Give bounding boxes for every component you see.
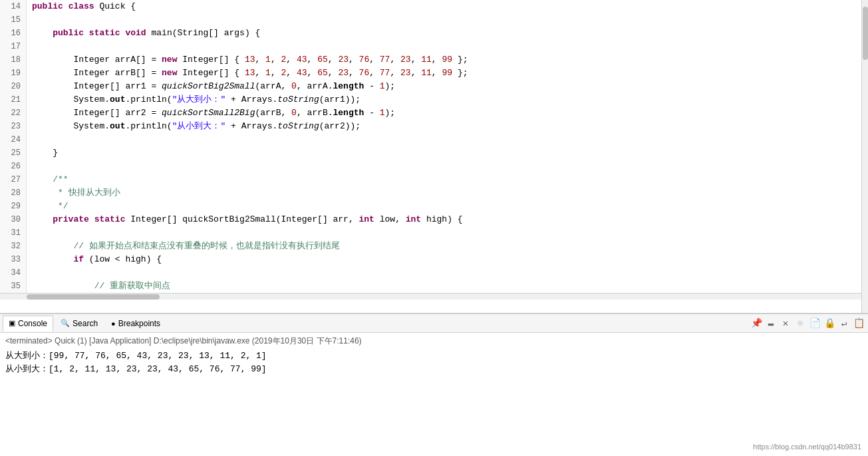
line-number: 22 [0,107,27,120]
line-number: 21 [0,93,27,107]
line-number: 25 [0,146,27,160]
line-content: System.out.println("从大到小：" + Arrays.toSt… [27,93,861,107]
code-line: 17 [0,40,861,53]
tab-breakpoints-label: Breakpoints [118,319,160,328]
code-lines: 14public class Quick {1516 public static… [0,0,861,293]
search-tab-icon: 🔍 [61,319,70,328]
close-console-icon[interactable]: ✕ [779,317,792,330]
line-content: Integer arrB[] = new Integer[] { 13, 1, … [27,67,861,80]
tab-console[interactable]: ▣ Console [3,316,53,332]
console-content: <terminated> Quick (1) [Java Application… [0,333,868,456]
line-number: 16 [0,27,27,40]
line-content: Integer[] arr1 = quickSortBig2Small(arrA… [27,80,861,93]
pin-icon[interactable]: 📌 [750,317,763,330]
code-line: 27 /** [0,173,861,186]
vertical-scrollbar[interactable] [861,0,868,313]
scrollbar-v-thumb[interactable] [863,7,868,60]
code-line: 28 * 快排从大到小 [0,186,861,200]
code-line: 21 System.out.println("从大到小：" + Arrays.t… [0,93,861,107]
console-tab-icon: ▣ [9,319,15,328]
line-content: // 如果开始点和结束点没有重叠的时候，也就是指针没有执行到结尾 [27,240,861,253]
line-number: 27 [0,173,27,186]
line-number: 30 [0,213,27,226]
code-line: 31 [0,226,861,240]
word-wrap-icon[interactable]: ↵ [837,317,851,330]
line-content: } [27,146,861,160]
line-content: if (low < high) { [27,253,861,266]
line-number: 33 [0,253,27,266]
line-number: 15 [0,13,27,27]
open-console-icon[interactable]: 📋 [852,317,865,330]
line-content: public class Quick { [27,0,861,13]
code-line: 20 Integer[] arr1 = quickSortBig2Small(a… [0,80,861,93]
line-content: Integer[] arr2 = quickSortSmall2Big(arrB… [27,107,861,120]
line-content: private static Integer[] quickSortBig2Sm… [27,213,861,226]
line-number: 34 [0,266,27,280]
tab-console-label: Console [18,319,47,328]
line-number: 24 [0,133,27,146]
tab-search[interactable]: 🔍 Search [55,316,104,332]
code-line: 19 Integer arrB[] = new Integer[] { 13, … [0,67,861,80]
console-toolbar: ▣ Console 🔍 Search ● Breakpoints 📌 ▬ ✕ ⊗… [0,314,868,333]
line-number: 19 [0,67,27,80]
line-number: 18 [0,53,27,67]
watermark: https://blog.csdn.net/qq014b9831 [753,443,861,451]
line-content: // 重新获取中间点 [27,280,861,293]
line-number: 31 [0,226,27,240]
code-scroll: 14public class Quick {1516 public static… [0,0,861,313]
code-line: 25 } [0,146,861,160]
code-line: 23 System.out.println("从小到大：" + Arrays.t… [0,120,861,133]
horizontal-scrollbar[interactable] [0,293,861,300]
line-content: /** [27,173,861,186]
toolbar-icons: 📌 ▬ ✕ ⊗ 📄 🔒 ↵ 📋 [750,317,865,330]
line-number: 32 [0,240,27,253]
line-number: 28 [0,186,27,200]
line-number: 26 [0,160,27,173]
code-line: 35 // 重新获取中间点 [0,280,861,293]
console-panel: ▣ Console 🔍 Search ● Breakpoints 📌 ▬ ✕ ⊗… [0,313,868,456]
console-status-line: <terminated> Quick (1) [Java Application… [5,336,863,347]
minimize-icon[interactable]: ▬ [764,317,778,330]
scroll-lock-icon[interactable]: 🔒 [823,317,836,330]
tab-breakpoints[interactable]: ● Breakpoints [105,316,166,332]
line-number: 35 [0,280,27,293]
line-number: 20 [0,80,27,93]
terminate-icon[interactable]: ⊗ [794,317,807,330]
line-content: * 快排从大到小 [27,186,861,200]
code-line: 18 Integer arrA[] = new Integer[] { 13, … [0,53,861,67]
code-line: 34 [0,266,861,280]
tab-search-label: Search [72,319,98,328]
code-line: 26 [0,160,861,173]
line-number: 23 [0,120,27,133]
line-content: System.out.println("从小到大：" + Arrays.toSt… [27,120,861,133]
line-content: */ [27,200,861,213]
code-line: 16 public static void main(String[] args… [0,27,861,40]
clear-icon[interactable]: 📄 [808,317,821,330]
code-line: 30 private static Integer[] quickSortBig… [0,213,861,226]
code-line: 15 [0,13,861,27]
line-number: 14 [0,0,27,13]
line-content: Integer arrA[] = new Integer[] { 13, 1, … [27,53,861,67]
code-line: 33 if (low < high) { [0,253,861,266]
breakpoints-tab-icon: ● [111,320,116,328]
code-line: 22 Integer[] arr2 = quickSortSmall2Big(a… [0,107,861,120]
code-line: 32 // 如果开始点和结束点没有重叠的时候，也就是指针没有执行到结尾 [0,240,861,253]
line-number: 17 [0,40,27,53]
line-content: public static void main(String[] args) { [27,27,861,40]
code-line: 29 */ [0,200,861,213]
console-output-line-1: 从大到小：[99, 77, 76, 65, 43, 23, 23, 13, 11… [5,349,863,361]
code-editor: 14public class Quick {1516 public static… [0,0,868,313]
line-number: 29 [0,200,27,213]
code-line: 14public class Quick { [0,0,861,13]
scrollbar-h-thumb[interactable] [27,294,160,300]
console-output-line-2: 从小到大：[1, 2, 11, 13, 23, 23, 43, 65, 76, … [5,363,863,375]
code-line: 24 [0,133,861,146]
